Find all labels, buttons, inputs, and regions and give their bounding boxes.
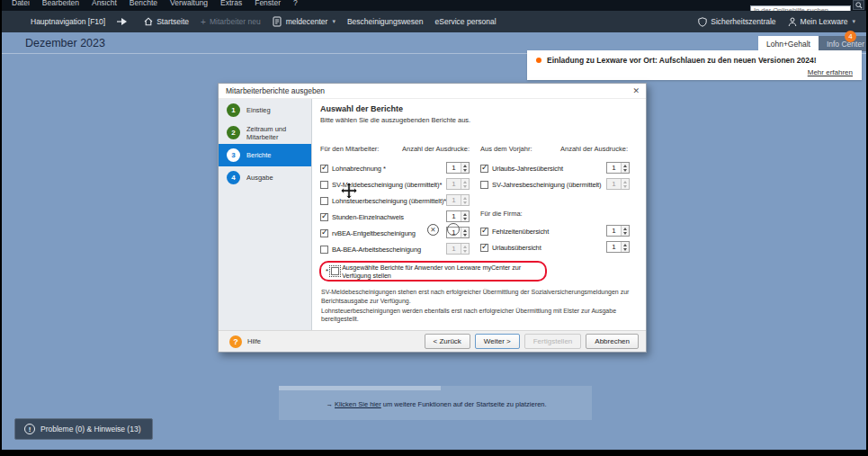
spinner-arrows <box>621 179 629 189</box>
report-row-sv-meldebescheinigung[interactable]: SV-Meldebescheinigung (übermittelt)* <box>320 179 442 190</box>
step-zeitraum[interactable]: 2 Zeitraum und Mitarbeiter <box>219 121 311 144</box>
spinner-arrows[interactable] <box>461 211 469 221</box>
menu-ansicht[interactable]: Ansicht <box>85 0 123 10</box>
search-button[interactable] <box>853 0 864 10</box>
notification-banner: Einladung zu Lexware vor Ort: Aufschlaue… <box>527 50 862 80</box>
spinner-value: 1 <box>607 226 621 236</box>
checkbox[interactable] <box>320 181 328 189</box>
report-row-urlaubsuebersicht[interactable]: Urlaubsübersicht <box>480 242 541 253</box>
document-icon <box>273 16 282 27</box>
spinner-value: 1 <box>607 163 621 173</box>
copies-spinner: 1 <box>446 178 470 190</box>
tab-info-center[interactable]: Info Center <box>819 36 866 51</box>
dialog-footer: ? Hilfe < Zurück Weiter > Fertigstellen … <box>219 330 646 352</box>
checkbox[interactable] <box>320 165 328 173</box>
mein-lexware-button[interactable]: Mein Lexware ▾ <box>788 17 855 27</box>
menu-hilfe[interactable]: ? <box>287 0 304 10</box>
home-icon <box>144 17 153 26</box>
menu-verwaltung[interactable]: Verwaltung <box>164 0 214 10</box>
next-button[interactable]: Weiter > <box>475 334 520 349</box>
meldecenter-button[interactable]: meldecenter ▾ <box>273 16 336 27</box>
step-berichte[interactable]: 3 Berichte <box>219 144 311 166</box>
notification-dot-icon <box>536 58 541 63</box>
onlinehilfe-search <box>750 0 851 10</box>
dialog-titlebar[interactable]: Mitarbeiterberichte ausgeben ✕ <box>219 84 646 99</box>
checkbox[interactable] <box>480 181 488 189</box>
startpage-panel-strip <box>279 386 441 390</box>
step-einstieg[interactable]: 1 Einstieg <box>219 99 311 121</box>
checkbox[interactable] <box>480 228 488 236</box>
report-row-sv-jahresbescheinigung[interactable]: SV-Jahresbescheinigung (übermittelt) <box>480 179 601 190</box>
menu-berichte[interactable]: Berichte <box>123 0 164 10</box>
meldecenter-label: meldecenter <box>286 17 328 26</box>
tab-lohn-gehalt[interactable]: Lohn+Gehalt <box>758 36 819 51</box>
plus-icon: + <box>201 17 206 27</box>
report-label: Urlaubs-Jahresübersicht <box>492 165 563 173</box>
cancel-button[interactable]: Abbrechen <box>586 334 639 349</box>
close-icon[interactable]: ✕ <box>632 86 640 95</box>
arrow-right-icon: → <box>326 400 333 408</box>
report-row-ba-bea-arbeitsbescheinigung[interactable]: BA-BEA-Arbeitsbescheinigung <box>320 244 421 255</box>
cancel-circle-icon[interactable]: ✕ <box>427 224 439 236</box>
menu-bearbeiten[interactable]: Bearbeiten <box>36 0 85 10</box>
spinner-arrows[interactable] <box>621 242 629 252</box>
report-row-fehlzeitenuebersicht[interactable]: Fehlzeitenübersicht <box>480 226 549 237</box>
user-icon <box>788 17 797 27</box>
checkbox[interactable] <box>320 229 328 237</box>
dialog-heading: Auswahl der Berichte <box>320 104 403 113</box>
copies-spinner[interactable]: 1 <box>606 162 630 174</box>
eservice-personal-button[interactable]: eService personal <box>435 17 497 26</box>
checkbox[interactable] <box>320 197 328 205</box>
mein-lexware-label: Mein Lexware <box>801 17 848 26</box>
hauptnavigation-button[interactable]: Hauptnavigation [F10] <box>31 17 105 26</box>
spinner-arrows[interactable] <box>621 226 629 236</box>
info-center-badge: 4 <box>845 31 856 42</box>
help-label[interactable]: Hilfe <box>247 337 261 345</box>
report-row-lohnsteuerbescheinigung[interactable]: Lohnsteuerbescheinigung (übermittelt)* <box>320 195 446 206</box>
cursor-ring <box>447 223 460 236</box>
mycenter-checkbox[interactable] <box>331 267 339 275</box>
bescheinigungswesen-button[interactable]: Bescheinigungswesen <box>347 17 424 26</box>
spinner-arrows <box>461 179 469 189</box>
menu-datei[interactable]: Datei <box>5 0 36 10</box>
finish-button: Fertigstellen <box>524 334 582 349</box>
copies-spinner[interactable]: 1 <box>446 162 470 174</box>
startpage-hint: → Klicken Sie hier um weitere Funktionen… <box>288 400 585 408</box>
step-ausgabe[interactable]: 4 Ausgabe <box>219 166 311 189</box>
report-row-lohnabrechnung[interactable]: Lohnabrechnung * <box>320 163 386 174</box>
report-label: Fehlzeitenübersicht <box>492 228 549 236</box>
checkbox[interactable] <box>480 244 488 252</box>
toolbar-right: Sicherheitszentrale Mein Lexware ▾ <box>698 17 855 27</box>
checkbox[interactable] <box>320 213 328 221</box>
report-row-rvbea-entgeltbescheinigung[interactable]: rvBEA-Entgeltbescheinigung <box>320 228 416 238</box>
copies-spinner[interactable]: 1 <box>606 225 630 237</box>
copies-spinner[interactable]: 1 <box>446 210 470 222</box>
app-window: Datei Bearbeiten Ansicht Berichte Verwal… <box>0 0 868 456</box>
step-number: 1 <box>227 103 240 117</box>
group-header-firma: Für die Firma: <box>480 210 523 218</box>
dialog-main: Auswahl der Berichte Bitte wählen Sie di… <box>312 99 646 330</box>
copies-spinner[interactable]: 1 <box>606 241 630 253</box>
checkbox[interactable] <box>320 246 328 254</box>
spinner-arrows[interactable] <box>621 163 629 173</box>
pin-button[interactable] <box>117 17 128 26</box>
back-button[interactable]: < Zurück <box>425 334 470 349</box>
report-row-stunden-einzelnachweis[interactable]: Stunden-Einzelnachweis <box>320 211 404 222</box>
spinner-arrows <box>461 244 469 254</box>
shield-icon <box>698 17 707 27</box>
group-header-vorjahr: Aus dem Vorjahr: <box>480 145 532 153</box>
group-header-mitarbeiter: Für den Mitarbeiter: <box>320 145 379 153</box>
startseite-button[interactable]: Startseite <box>144 17 189 26</box>
sicherheitszentrale-button[interactable]: Sicherheitszentrale <box>698 17 775 27</box>
mehr-erfahren-link[interactable]: Mehr erfahren <box>808 68 853 76</box>
help-icon[interactable]: ? <box>229 335 242 348</box>
menu-fenster[interactable]: Fenster <box>248 0 287 10</box>
klicken-sie-hier-link[interactable]: Klicken Sie hier <box>335 400 381 408</box>
period-title: Dezember 2023 <box>25 37 105 49</box>
menu-extras[interactable]: Extras <box>214 0 248 10</box>
spinner-arrows[interactable] <box>461 228 469 237</box>
spinner-arrows[interactable] <box>461 163 469 173</box>
checkbox[interactable] <box>480 165 488 173</box>
report-row-urlaubs-jahresuebersicht[interactable]: Urlaubs-Jahresübersicht <box>480 163 563 174</box>
probleme-hinweise-button[interactable]: ! Probleme (0) & Hinweise (13) <box>14 418 153 440</box>
